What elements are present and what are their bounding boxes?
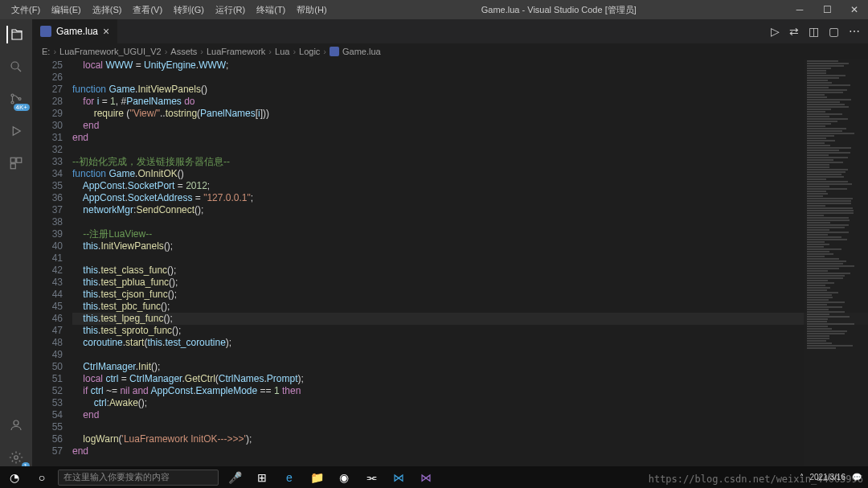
code-line[interactable]: coroutine.start(this.test_coroutine); [72, 337, 868, 349]
breadcrumbs[interactable]: E:›LuaFramework_UGUI_V2›Assets›LuaFramew… [32, 43, 868, 59]
code-line[interactable]: end [72, 409, 868, 421]
window-controls: ─ ☐ ✕ [786, 4, 868, 15]
code-line[interactable]: this.test_pbc_func(); [72, 301, 868, 313]
code-line[interactable]: networkMgr:SendConnect(); [72, 204, 868, 216]
code-line[interactable]: logWarn('LuaFramework InitOK--->>>'); [72, 433, 868, 445]
chrome-icon[interactable]: ◉ [333, 470, 355, 486]
editor-actions: ▷ ⇄ ◫ ▢ ⋯ [771, 25, 868, 38]
extensions-icon[interactable] [7, 154, 25, 172]
code-line[interactable]: this.test_class_func(); [72, 265, 868, 277]
code-line[interactable]: function Game.InitViewPanels() [72, 84, 868, 96]
code-line[interactable]: this.test_cjson_func(); [72, 289, 868, 301]
code-line[interactable]: local ctrl = CtrlManager.GetCtrl(CtrlNam… [72, 373, 868, 385]
menu-item[interactable]: 运行(R) [211, 2, 250, 18]
svg-point-1 [11, 94, 14, 96]
svg-point-0 [11, 62, 18, 69]
menu-item[interactable]: 帮助(H) [292, 2, 331, 18]
code-line[interactable]: AppConst.SocketPort = 2012; [72, 180, 868, 192]
code-line[interactable]: end [72, 132, 868, 144]
editor-tabs: Game.lua × ▷ ⇄ ◫ ▢ ⋯ [32, 19, 868, 43]
split-icon[interactable]: ◫ [809, 25, 819, 38]
code-line[interactable]: this.test_sproto_func(); [72, 325, 868, 337]
start-button[interactable]: ◔ [3, 470, 26, 486]
code-line[interactable] [72, 421, 868, 433]
settings-icon[interactable] [7, 449, 25, 466]
scm-icon[interactable] [7, 90, 25, 108]
minimap[interactable] [804, 59, 868, 466]
svg-rect-5 [17, 158, 22, 162]
vscode-icon[interactable]: ⋈ [387, 470, 410, 486]
window-title: Game.lua - Visual Studio Code [管理员] [332, 4, 786, 16]
code-line[interactable]: ctrl:Awake(); [72, 397, 868, 409]
minimize-button[interactable]: ─ [786, 4, 813, 15]
share-icon[interactable]: ⫘ [360, 470, 383, 486]
code-line[interactable] [72, 216, 868, 228]
code-line[interactable]: for i = 1, #PanelNames do [72, 96, 868, 108]
code-line[interactable] [72, 72, 868, 84]
explorer-icon[interactable] [6, 26, 24, 43]
editor[interactable]: 2526272829303132333435363738394041424344… [32, 59, 868, 466]
breadcrumb-item[interactable]: Logic [299, 47, 320, 56]
titlebar: 文件(F)编辑(E)选择(S)查看(V)转到(G)运行(R)终端(T)帮助(H)… [0, 0, 868, 19]
more-icon[interactable]: ⋯ [849, 25, 860, 38]
taskbar-search[interactable]: 在这里输入你要搜索的内容 [58, 470, 219, 486]
code-line[interactable]: end [72, 120, 868, 132]
code-line[interactable]: function Game.OnInitOK() [72, 168, 868, 180]
maximize-button[interactable]: ☐ [813, 4, 841, 15]
breadcrumb-item[interactable]: LuaFramework_UGUI_V2 [59, 47, 162, 56]
code-line[interactable]: end [72, 445, 868, 457]
search-icon[interactable] [7, 58, 25, 76]
layout-icon[interactable]: ▢ [829, 25, 839, 38]
code-line[interactable]: CtrlManager.Init(); [72, 361, 868, 373]
svg-point-7 [14, 420, 18, 425]
breadcrumb-item[interactable]: E: [42, 47, 50, 56]
code-line[interactable]: this.test_pblua_func(); [72, 277, 868, 289]
vs-icon[interactable]: ⋈ [415, 470, 437, 486]
editor-area: Game.lua × ▷ ⇄ ◫ ▢ ⋯ E:›LuaFramework_UGU… [32, 19, 868, 466]
account-icon[interactable] [7, 416, 25, 434]
code-line[interactable]: --注册LuaView-- [72, 228, 868, 240]
menu-bar: 文件(F)编辑(E)选择(S)查看(V)转到(G)运行(R)终端(T)帮助(H) [0, 2, 332, 18]
cortana-icon[interactable]: ○ [31, 470, 53, 486]
breadcrumb-item[interactable]: Assets [170, 47, 197, 56]
menu-item[interactable]: 文件(F) [6, 2, 45, 18]
menu-item[interactable]: 终端(T) [252, 2, 290, 18]
activity-bar [0, 19, 32, 466]
breadcrumb-item[interactable]: Game.lua [342, 47, 381, 56]
svg-rect-4 [10, 158, 15, 162]
tab-close-icon[interactable]: × [103, 25, 109, 38]
watermark: https://blog.csdn.net/weixin_44003996 [649, 474, 863, 485]
menu-item[interactable]: 查看(V) [128, 2, 167, 18]
lua-file-icon [40, 26, 51, 37]
code-line[interactable]: local WWW = UnityEngine.WWW; [72, 59, 868, 72]
code-line[interactable]: require ("View/"..tostring(PanelNames[i]… [72, 108, 868, 120]
breadcrumb-item[interactable]: Lua [275, 47, 289, 56]
line-gutter: 2526272829303132333435363738394041424344… [32, 59, 72, 466]
svg-point-2 [11, 101, 14, 104]
code-line[interactable] [72, 349, 868, 361]
code-line[interactable]: this.InitViewPanels(); [72, 240, 868, 252]
menu-item[interactable]: 转到(G) [169, 2, 209, 18]
code-line[interactable]: this.test_lpeg_func(); [72, 313, 868, 325]
task-view-icon[interactable]: ⊞ [251, 470, 273, 486]
close-button[interactable]: ✕ [841, 4, 868, 15]
code-line[interactable] [72, 252, 868, 265]
svg-rect-6 [10, 164, 15, 169]
menu-item[interactable]: 选择(S) [88, 2, 127, 18]
breadcrumb-item[interactable]: LuaFramework [207, 47, 265, 56]
lua-file-icon [330, 47, 339, 56]
code-line[interactable] [72, 144, 868, 156]
diff-icon[interactable]: ⇄ [789, 25, 799, 38]
code-line[interactable]: if ctrl ~= nil and AppConst.ExampleMode … [72, 385, 868, 397]
run-icon[interactable]: ▷ [771, 25, 780, 38]
tab-game-lua[interactable]: Game.lua × [32, 19, 117, 43]
edge-icon[interactable]: e [278, 470, 301, 486]
debug-icon[interactable] [7, 122, 25, 140]
explorer-folder-icon[interactable]: 📁 [305, 470, 328, 486]
code-line[interactable]: --初始化完成，发送链接服务器信息-- [72, 156, 868, 168]
mic-icon[interactable]: 🎤 [223, 470, 246, 486]
menu-item[interactable]: 编辑(E) [47, 2, 86, 18]
code-lines[interactable]: local WWW = UnityEngine.WWW;function Gam… [72, 59, 868, 466]
tab-label: Game.lua [56, 26, 98, 37]
code-line[interactable]: AppConst.SocketAddress = "127.0.0.1"; [72, 192, 868, 204]
